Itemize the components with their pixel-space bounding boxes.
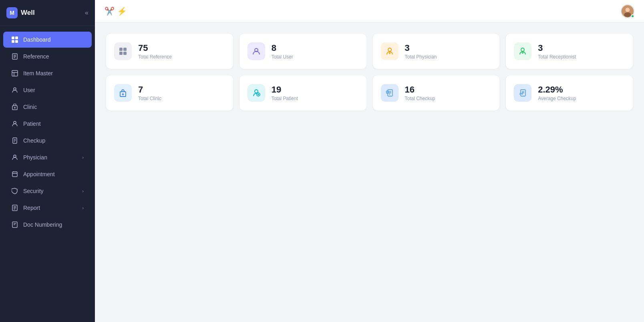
dashboard-content: 75 Total Reference 8 Total User 3 Total … <box>95 22 644 322</box>
stat-value-average-checkup: 2.29% <box>538 85 576 95</box>
svg-rect-8 <box>12 70 18 76</box>
nav-icon-security <box>11 187 18 195</box>
topbar-left: ✂️ ⚡ <box>105 6 127 16</box>
svg-point-11 <box>14 88 16 90</box>
nav-icon-appointment <box>11 171 18 178</box>
stat-icon-average-checkup <box>514 84 531 102</box>
stat-icon-total-physician <box>381 42 398 60</box>
sidebar-item-doc-numbering[interactable]: Doc Numbering <box>3 217 92 233</box>
stat-info-total-user: 8 Total User <box>272 43 293 60</box>
nav-label-doc-numbering: Doc Numbering <box>23 221 62 228</box>
svg-rect-38 <box>123 52 127 55</box>
nav-label-report: Report <box>23 205 40 211</box>
nav-label-dashboard: Dashboard <box>23 36 51 43</box>
svg-rect-0 <box>12 36 14 39</box>
topbar-right <box>621 4 634 18</box>
nav-label-physician: Physician <box>23 154 47 161</box>
stat-card-total-user: 8 Total User <box>239 34 366 69</box>
sidebar: M Well « Dashboard Reference Item Master… <box>0 0 95 322</box>
nav-icon-dashboard <box>11 36 18 43</box>
stat-icon-total-patient <box>248 84 265 102</box>
nav-item-left: Security <box>11 187 44 195</box>
nav-item-left: User <box>11 87 35 94</box>
stat-card-average-checkup: 2.29% Average Checkup <box>506 75 633 111</box>
chevron-icon: › <box>82 205 84 210</box>
stat-icon-total-user <box>248 42 265 60</box>
nav-label-patient: Patient <box>23 121 41 127</box>
nav-item-left: Checkup <box>11 137 45 144</box>
app-name: Well <box>21 9 35 17</box>
stat-card-total-reference: 75 Total Reference <box>106 34 233 69</box>
svg-point-34 <box>624 12 631 17</box>
logo-mark: M <box>6 7 18 18</box>
magic-icon: ✂️ ⚡ <box>105 6 127 16</box>
nav-item-left: Doc Numbering <box>11 221 62 228</box>
nav-label-reference: Reference <box>23 53 49 60</box>
chevron-icon: › <box>82 189 84 193</box>
nav-icon-doc-numbering <box>11 221 18 228</box>
stats-row-1: 75 Total Reference 8 Total User 3 Total … <box>106 34 633 69</box>
nav-item-left: Report <box>11 204 40 211</box>
sidebar-item-appointment[interactable]: Appointment <box>3 166 92 182</box>
stat-label-total-reference: Total Reference <box>138 54 172 60</box>
nav-label-security: Security <box>23 188 44 194</box>
nav-icon-user <box>11 87 18 94</box>
chevron-icon: › <box>82 155 84 160</box>
sidebar-item-physician[interactable]: Physician › <box>3 149 92 165</box>
svg-point-20 <box>14 155 16 157</box>
stat-icon-total-reference <box>114 42 132 60</box>
stat-value-total-physician: 3 <box>405 43 437 53</box>
stat-info-total-clinic: 7 Total Clinic <box>138 85 161 101</box>
nav-label-user: User <box>23 87 35 93</box>
nav-item-left: Dashboard <box>11 36 51 43</box>
svg-point-41 <box>521 48 524 51</box>
svg-rect-37 <box>119 52 123 55</box>
sidebar-item-security[interactable]: Security › <box>3 183 92 199</box>
sidebar-item-patient[interactable]: Patient <box>3 116 92 132</box>
nav-icon-checkup <box>11 137 18 144</box>
nav-icon-physician <box>11 154 18 161</box>
stats-row-2: 7 Total Clinic 19 Total Patient 16 Total… <box>106 75 633 111</box>
nav-icon-clinic <box>11 103 18 111</box>
nav-item-left: Clinic <box>11 103 37 111</box>
stat-value-total-user: 8 <box>272 43 293 53</box>
svg-point-40 <box>388 48 391 51</box>
stat-card-total-physician: 3 Total Physician <box>373 34 500 69</box>
stat-label-average-checkup: Average Checkup <box>538 96 576 101</box>
nav-item-left: Item Master <box>11 70 53 77</box>
sidebar-item-dashboard[interactable]: Dashboard <box>3 32 92 48</box>
sidebar-nav: Dashboard Reference Item Master User Cli… <box>0 26 95 322</box>
stat-info-total-receptionist: 3 Total Receptionist <box>538 43 576 60</box>
nav-item-left: Patient <box>11 120 41 127</box>
online-status-dot <box>631 14 634 18</box>
sidebar-item-report[interactable]: Report › <box>3 200 92 216</box>
nav-icon-reference <box>11 53 18 60</box>
stat-icon-total-receptionist <box>514 42 531 60</box>
stat-label-total-receptionist: Total Receptionist <box>538 54 576 60</box>
collapse-button[interactable]: « <box>85 9 89 16</box>
stat-label-total-clinic: Total Clinic <box>138 96 161 101</box>
stat-value-total-reference: 75 <box>138 43 172 53</box>
svg-rect-3 <box>15 40 18 43</box>
stat-value-total-clinic: 7 <box>138 85 161 95</box>
stat-card-total-clinic: 7 Total Clinic <box>106 75 233 111</box>
stat-card-total-receptionist: 3 Total Receptionist <box>506 34 633 69</box>
stat-info-total-patient: 19 Total Patient <box>272 85 298 101</box>
stat-info-total-checkup: 16 Total Checkup <box>405 85 435 101</box>
stat-label-total-checkup: Total Checkup <box>405 96 435 101</box>
stat-card-total-checkup: 16 Total Checkup <box>373 75 500 111</box>
nav-icon-patient <box>11 120 18 127</box>
stat-value-total-receptionist: 3 <box>538 43 576 53</box>
sidebar-item-user[interactable]: User <box>3 82 92 98</box>
user-avatar-wrap[interactable] <box>621 4 634 18</box>
stat-icon-total-clinic <box>114 84 132 102</box>
svg-rect-2 <box>12 40 14 43</box>
sidebar-item-reference[interactable]: Reference <box>3 48 92 64</box>
stat-info-total-physician: 3 Total Physician <box>405 43 437 60</box>
sidebar-logo: M Well <box>6 7 35 18</box>
sidebar-item-clinic[interactable]: Clinic <box>3 99 92 115</box>
svg-point-33 <box>626 8 630 12</box>
sidebar-item-item-master[interactable]: Item Master <box>3 65 92 81</box>
sidebar-item-checkup[interactable]: Checkup <box>3 133 92 149</box>
nav-label-checkup: Checkup <box>23 137 45 144</box>
